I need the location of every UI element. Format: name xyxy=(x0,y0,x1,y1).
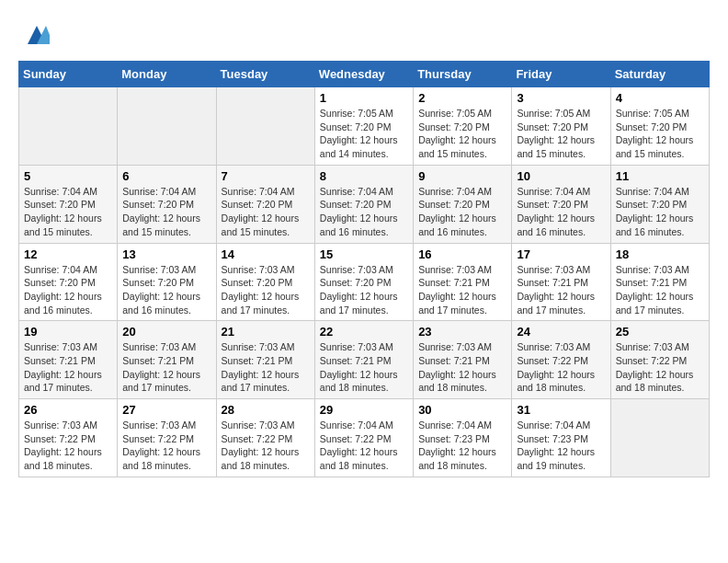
calendar-cell: 21Sunrise: 7:03 AM Sunset: 7:21 PM Dayli… xyxy=(216,321,314,399)
day-info: Sunrise: 7:04 AM Sunset: 7:20 PM Dayligh… xyxy=(418,185,506,239)
day-number: 18 xyxy=(616,247,704,261)
day-number: 8 xyxy=(320,169,408,183)
day-info: Sunrise: 7:03 AM Sunset: 7:21 PM Dayligh… xyxy=(222,340,310,395)
calendar-cell: 22Sunrise: 7:03 AM Sunset: 7:21 PM Dayli… xyxy=(314,321,413,399)
day-number: 28 xyxy=(222,403,310,417)
calendar-cell: 14Sunrise: 7:03 AM Sunset: 7:20 PM Dayli… xyxy=(216,243,314,321)
calendar-cell: 8Sunrise: 7:04 AM Sunset: 7:20 PM Daylig… xyxy=(314,165,413,243)
day-info: Sunrise: 7:03 AM Sunset: 7:20 PM Dayligh… xyxy=(222,263,310,317)
day-info: Sunrise: 7:05 AM Sunset: 7:20 PM Dayligh… xyxy=(418,107,506,161)
day-info: Sunrise: 7:03 AM Sunset: 7:22 PM Dayligh… xyxy=(517,340,605,395)
calendar-week-row: 5Sunrise: 7:04 AM Sunset: 7:20 PM Daylig… xyxy=(19,165,710,243)
day-info: Sunrise: 7:03 AM Sunset: 7:21 PM Dayligh… xyxy=(320,340,408,395)
day-number: 2 xyxy=(418,91,506,105)
day-number: 13 xyxy=(122,247,210,261)
day-number: 4 xyxy=(616,91,704,105)
weekday-header-monday: Monday xyxy=(118,62,216,87)
day-info: Sunrise: 7:03 AM Sunset: 7:21 PM Dayligh… xyxy=(24,340,112,395)
weekday-header-tuesday: Tuesday xyxy=(216,62,314,87)
calendar-cell: 31Sunrise: 7:04 AM Sunset: 7:23 PM Dayli… xyxy=(512,399,610,477)
day-number: 26 xyxy=(24,403,112,417)
calendar-cell: 15Sunrise: 7:03 AM Sunset: 7:20 PM Dayli… xyxy=(314,243,413,321)
day-info: Sunrise: 7:03 AM Sunset: 7:21 PM Dayligh… xyxy=(517,263,605,317)
day-number: 23 xyxy=(418,325,506,339)
calendar-cell: 2Sunrise: 7:05 AM Sunset: 7:20 PM Daylig… xyxy=(414,87,512,166)
day-info: Sunrise: 7:04 AM Sunset: 7:20 PM Dayligh… xyxy=(616,185,704,239)
calendar-cell: 1Sunrise: 7:05 AM Sunset: 7:20 PM Daylig… xyxy=(314,87,413,166)
calendar-cell: 19Sunrise: 7:03 AM Sunset: 7:21 PM Dayli… xyxy=(19,321,118,399)
day-info: Sunrise: 7:05 AM Sunset: 7:20 PM Dayligh… xyxy=(616,107,704,161)
day-number: 27 xyxy=(122,403,210,417)
day-info: Sunrise: 7:03 AM Sunset: 7:22 PM Dayligh… xyxy=(122,419,210,473)
day-info: Sunrise: 7:04 AM Sunset: 7:20 PM Dayligh… xyxy=(24,185,112,239)
calendar-cell: 11Sunrise: 7:04 AM Sunset: 7:20 PM Dayli… xyxy=(610,165,709,243)
day-info: Sunrise: 7:04 AM Sunset: 7:20 PM Dayligh… xyxy=(24,263,112,317)
day-info: Sunrise: 7:03 AM Sunset: 7:20 PM Dayligh… xyxy=(122,263,210,317)
weekday-header-wednesday: Wednesday xyxy=(314,62,413,87)
calendar-cell: 17Sunrise: 7:03 AM Sunset: 7:21 PM Dayli… xyxy=(512,243,610,321)
day-info: Sunrise: 7:03 AM Sunset: 7:22 PM Dayligh… xyxy=(616,340,704,395)
page-header xyxy=(18,18,710,52)
calendar-cell: 24Sunrise: 7:03 AM Sunset: 7:22 PM Dayli… xyxy=(512,321,610,399)
day-number: 1 xyxy=(320,91,408,105)
day-number: 15 xyxy=(320,247,408,261)
calendar-week-row: 19Sunrise: 7:03 AM Sunset: 7:21 PM Dayli… xyxy=(19,321,710,399)
day-number: 5 xyxy=(24,169,112,183)
day-info: Sunrise: 7:04 AM Sunset: 7:23 PM Dayligh… xyxy=(517,419,605,473)
day-number: 17 xyxy=(517,247,605,261)
calendar-cell: 7Sunrise: 7:04 AM Sunset: 7:20 PM Daylig… xyxy=(216,165,314,243)
weekday-header-friday: Friday xyxy=(512,62,610,87)
day-number: 21 xyxy=(222,325,310,339)
day-number: 20 xyxy=(122,325,210,339)
day-info: Sunrise: 7:04 AM Sunset: 7:20 PM Dayligh… xyxy=(122,185,210,239)
calendar-cell: 12Sunrise: 7:04 AM Sunset: 7:20 PM Dayli… xyxy=(19,243,118,321)
calendar-cell: 3Sunrise: 7:05 AM Sunset: 7:20 PM Daylig… xyxy=(512,87,610,166)
weekday-header-sunday: Sunday xyxy=(19,62,118,87)
calendar-week-row: 12Sunrise: 7:04 AM Sunset: 7:20 PM Dayli… xyxy=(19,243,710,321)
calendar-week-row: 1Sunrise: 7:05 AM Sunset: 7:20 PM Daylig… xyxy=(19,87,710,166)
day-info: Sunrise: 7:03 AM Sunset: 7:20 PM Dayligh… xyxy=(320,263,408,317)
day-number: 25 xyxy=(616,325,704,339)
day-info: Sunrise: 7:03 AM Sunset: 7:21 PM Dayligh… xyxy=(418,340,506,395)
logo xyxy=(18,18,50,52)
day-number: 9 xyxy=(418,169,506,183)
day-number: 14 xyxy=(222,247,310,261)
weekday-header-row: SundayMondayTuesdayWednesdayThursdayFrid… xyxy=(19,62,710,87)
day-info: Sunrise: 7:04 AM Sunset: 7:20 PM Dayligh… xyxy=(222,185,310,239)
day-number: 7 xyxy=(222,169,310,183)
calendar-cell: 5Sunrise: 7:04 AM Sunset: 7:20 PM Daylig… xyxy=(19,165,118,243)
logo-icon xyxy=(24,22,50,52)
day-info: Sunrise: 7:03 AM Sunset: 7:21 PM Dayligh… xyxy=(418,263,506,317)
day-number: 6 xyxy=(122,169,210,183)
calendar-cell xyxy=(118,87,216,166)
day-info: Sunrise: 7:04 AM Sunset: 7:22 PM Dayligh… xyxy=(320,419,408,473)
weekday-header-saturday: Saturday xyxy=(610,62,709,87)
calendar-cell: 6Sunrise: 7:04 AM Sunset: 7:20 PM Daylig… xyxy=(118,165,216,243)
calendar-cell: 10Sunrise: 7:04 AM Sunset: 7:20 PM Dayli… xyxy=(512,165,610,243)
calendar-cell: 16Sunrise: 7:03 AM Sunset: 7:21 PM Dayli… xyxy=(414,243,512,321)
calendar-cell xyxy=(216,87,314,166)
day-number: 22 xyxy=(320,325,408,339)
day-info: Sunrise: 7:03 AM Sunset: 7:22 PM Dayligh… xyxy=(222,419,310,473)
calendar-cell: 25Sunrise: 7:03 AM Sunset: 7:22 PM Dayli… xyxy=(610,321,709,399)
calendar-cell xyxy=(610,399,709,477)
calendar-cell: 27Sunrise: 7:03 AM Sunset: 7:22 PM Dayli… xyxy=(118,399,216,477)
day-number: 19 xyxy=(24,325,112,339)
calendar-cell: 30Sunrise: 7:04 AM Sunset: 7:23 PM Dayli… xyxy=(414,399,512,477)
calendar-cell: 23Sunrise: 7:03 AM Sunset: 7:21 PM Dayli… xyxy=(414,321,512,399)
day-number: 10 xyxy=(517,169,605,183)
calendar-cell: 20Sunrise: 7:03 AM Sunset: 7:21 PM Dayli… xyxy=(118,321,216,399)
calendar-cell: 29Sunrise: 7:04 AM Sunset: 7:22 PM Dayli… xyxy=(314,399,413,477)
day-info: Sunrise: 7:04 AM Sunset: 7:23 PM Dayligh… xyxy=(418,419,506,473)
day-number: 3 xyxy=(517,91,605,105)
day-info: Sunrise: 7:05 AM Sunset: 7:20 PM Dayligh… xyxy=(320,107,408,161)
day-info: Sunrise: 7:04 AM Sunset: 7:20 PM Dayligh… xyxy=(517,185,605,239)
day-info: Sunrise: 7:03 AM Sunset: 7:21 PM Dayligh… xyxy=(616,263,704,317)
calendar-cell: 9Sunrise: 7:04 AM Sunset: 7:20 PM Daylig… xyxy=(414,165,512,243)
calendar-cell: 13Sunrise: 7:03 AM Sunset: 7:20 PM Dayli… xyxy=(118,243,216,321)
day-number: 29 xyxy=(320,403,408,417)
day-number: 30 xyxy=(418,403,506,417)
calendar-cell: 4Sunrise: 7:05 AM Sunset: 7:20 PM Daylig… xyxy=(610,87,709,166)
day-info: Sunrise: 7:03 AM Sunset: 7:21 PM Dayligh… xyxy=(122,340,210,395)
calendar-cell: 28Sunrise: 7:03 AM Sunset: 7:22 PM Dayli… xyxy=(216,399,314,477)
